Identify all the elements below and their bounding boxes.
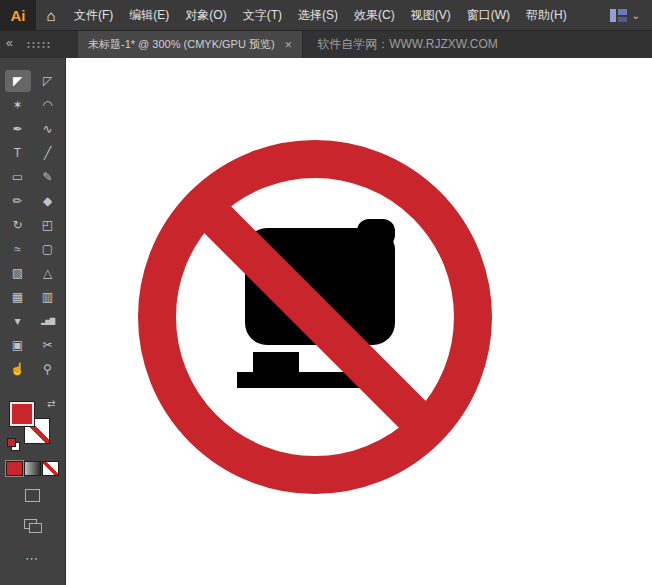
menu-type[interactable]: 文字(T): [235, 0, 290, 30]
eraser-tool[interactable]: ◆: [35, 190, 61, 212]
free-transform-tool[interactable]: ▢: [35, 238, 61, 260]
mesh-tool[interactable]: ▦: [5, 286, 31, 308]
screen-mode-row: [0, 519, 65, 537]
type-tool[interactable]: T: [5, 142, 31, 164]
home-button[interactable]: ⌂: [36, 0, 66, 30]
eyedropper-tool[interactable]: ▾: [5, 310, 31, 332]
rectangle-tool[interactable]: ▭: [5, 166, 31, 188]
lasso-tool[interactable]: ◠: [35, 94, 61, 116]
panel-drag-handle[interactable]: [26, 41, 52, 48]
document-tab-title: 未标题-1* @ 300% (CMYK/GPU 预览): [88, 37, 275, 52]
home-icon: ⌂: [46, 7, 55, 24]
column-graph-tool[interactable]: ▂▅▇: [35, 310, 61, 332]
menu-edit[interactable]: 编辑(E): [121, 0, 177, 30]
menu-help[interactable]: 帮助(H): [518, 0, 575, 30]
tool-panel: ◤ ◸ ✶ ◠ ✒ ∿ T ╱ ▭ ✎ ✏ ◆ ↻ ◰ ≈ ▢ ▧ △ ▦ ▥ …: [0, 58, 66, 585]
artwork-prohibition-sign[interactable]: [135, 137, 495, 497]
tab-close-icon[interactable]: ×: [285, 37, 293, 52]
workspace-switcher-icon[interactable]: [610, 9, 627, 22]
canvas[interactable]: [66, 58, 652, 585]
drawing-mode-row: [0, 488, 65, 506]
direct-selection-tool[interactable]: ◸: [35, 70, 61, 92]
app-logo[interactable]: Ai: [0, 0, 36, 30]
perspective-grid-tool[interactable]: △: [35, 262, 61, 284]
zoom-tool[interactable]: ⚲: [35, 358, 61, 380]
gradient-tool[interactable]: ▥: [35, 286, 61, 308]
color-type-buttons: [0, 462, 65, 475]
gradient-button[interactable]: [25, 462, 40, 475]
menu-window[interactable]: 窗口(W): [459, 0, 518, 30]
tools-grid: ◤ ◸ ✶ ◠ ✒ ∿ T ╱ ▭ ✎ ✏ ◆ ↻ ◰ ≈ ▢ ▧ △ ▦ ▥ …: [0, 70, 65, 380]
screen-mode-icon[interactable]: [24, 519, 42, 533]
menu-file[interactable]: 文件(F): [66, 0, 121, 30]
collapse-panel-icon[interactable]: «: [6, 36, 13, 50]
hand-tool[interactable]: ☝: [5, 358, 31, 380]
pencil-tool[interactable]: ✏: [5, 190, 31, 212]
swap-fill-stroke-icon[interactable]: ⇄: [47, 398, 55, 409]
menu-view[interactable]: 视图(V): [403, 0, 459, 30]
edit-toolbar-button[interactable]: ⋯: [0, 551, 65, 566]
slice-tool[interactable]: ✂: [35, 334, 61, 356]
selection-tool[interactable]: ◤: [5, 70, 31, 92]
watermark-text: 软件自学网：WWW.RJZXW.COM: [317, 36, 498, 53]
tool-panel-header: «: [0, 31, 70, 58]
fill-color-swatch[interactable]: [10, 402, 34, 426]
menu-object[interactable]: 对象(O): [177, 0, 234, 30]
rotate-tool[interactable]: ↻: [5, 214, 31, 236]
width-tool[interactable]: ≈: [5, 238, 31, 260]
default-fill-stroke-icon[interactable]: [8, 439, 20, 451]
chevron-down-icon[interactable]: ⌄: [632, 10, 640, 21]
menu-effect[interactable]: 效果(C): [346, 0, 403, 30]
paintbrush-tool[interactable]: ✎: [35, 166, 61, 188]
scale-tool[interactable]: ◰: [35, 214, 61, 236]
menu-select[interactable]: 选择(S): [290, 0, 346, 30]
pen-tool[interactable]: ✒: [5, 118, 31, 140]
line-segment-tool[interactable]: ╱: [35, 142, 61, 164]
curvature-tool[interactable]: ∿: [35, 118, 61, 140]
menu-bar: Ai ⌂ 文件(F) 编辑(E) 对象(O) 文字(T) 选择(S) 效果(C)…: [0, 0, 652, 31]
magic-wand-tool[interactable]: ✶: [5, 94, 31, 116]
color-button[interactable]: [7, 462, 22, 475]
shape-builder-tool[interactable]: ▧: [5, 262, 31, 284]
document-tab[interactable]: 未标题-1* @ 300% (CMYK/GPU 预览) ×: [78, 31, 303, 58]
tab-strip: « 未标题-1* @ 300% (CMYK/GPU 预览) × 软件自学网：WW…: [0, 31, 652, 58]
fill-stroke-widget: ⇄: [10, 398, 56, 448]
drawing-mode-icon[interactable]: [25, 489, 40, 502]
none-button[interactable]: [43, 462, 58, 475]
artboard-tool[interactable]: ▣: [5, 334, 31, 356]
